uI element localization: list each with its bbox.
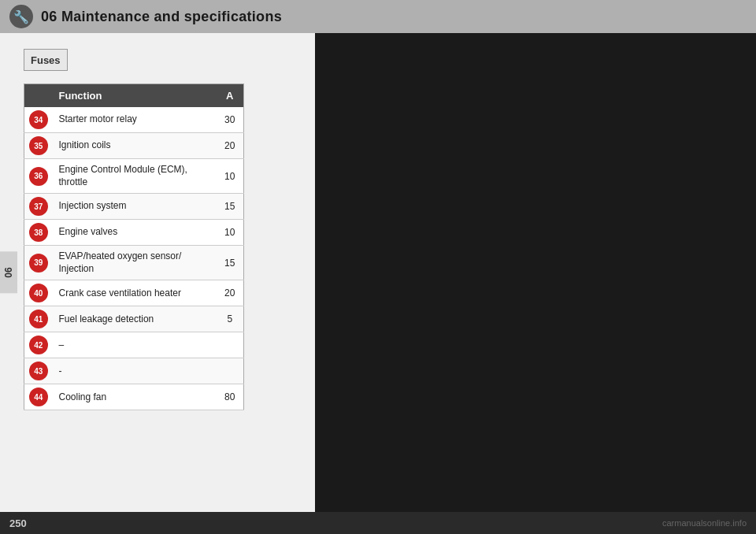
fuse-number-cell: 38 [24, 220, 53, 246]
fuse-amps-cell: 15 [217, 194, 244, 220]
fuse-function-cell: – [53, 332, 217, 358]
col-a-header: A [217, 84, 244, 108]
header: 🔧 06 Maintenance and specifications [0, 0, 756, 33]
col-function-header: Function [53, 84, 217, 108]
fuse-amps-cell: 5 [217, 306, 244, 332]
watermark: carmanualsonline.info [662, 518, 747, 528]
fuse-function-cell: Cooling fan [53, 384, 217, 410]
table-header-row: Function A [24, 84, 244, 108]
fuse-function-cell: EVAP/heated oxygen sensor/ Injection [53, 246, 217, 280]
fuse-badge: 39 [29, 254, 48, 273]
fuse-number-cell: 35 [24, 133, 53, 159]
section-box: Fuses [24, 49, 68, 71]
section-title: Fuses [31, 54, 61, 66]
fuse-number-cell: 40 [24, 280, 53, 306]
fuse-amps-cell [217, 358, 244, 384]
fuse-badge: 41 [29, 310, 48, 328]
fuse-function-cell: Starter motor relay [53, 107, 217, 133]
header-icon: 🔧 [9, 5, 33, 28]
fuse-badge: 35 [29, 136, 48, 155]
fuse-function-cell: Ignition coils [53, 133, 217, 159]
fuse-number-cell: 37 [24, 194, 53, 220]
table-row: 39EVAP/heated oxygen sensor/ Injection15 [24, 246, 244, 280]
dark-area [315, 33, 756, 512]
col-num-header [24, 84, 53, 108]
fuse-function-cell: Engine valves [53, 220, 217, 246]
fuse-badge: 43 [29, 362, 48, 380]
fuse-number-cell: 34 [24, 107, 53, 133]
fuse-function-cell: Injection system [53, 194, 217, 220]
fuse-number-cell: 41 [24, 306, 53, 332]
side-tab: 06 [0, 251, 17, 293]
table-row: 34Starter motor relay30 [24, 107, 244, 133]
fuse-amps-cell: 15 [217, 246, 244, 280]
fuse-badge: 44 [29, 388, 48, 406]
header-title: 06 Maintenance and specifications [41, 9, 282, 25]
bottom-bar: 250 carmanualsonline.info [0, 512, 756, 534]
table-row: 44Cooling fan80 [24, 384, 244, 410]
fuse-badge: 36 [29, 167, 48, 186]
fuse-amps-cell: 80 [217, 384, 244, 410]
fuse-number-cell: 43 [24, 358, 53, 384]
fuse-badge: 38 [29, 223, 48, 242]
table-row: 40Crank case ventilation heater20 [24, 280, 244, 306]
wrench-icon: 🔧 [13, 9, 29, 24]
table-row: 42– [24, 332, 244, 358]
main-content: 06 Fuses Function A 34Starter motor rela… [0, 33, 756, 512]
table-row: 38Engine valves10 [24, 220, 244, 246]
table-row: 37Injection system15 [24, 194, 244, 220]
fuse-number-cell: 36 [24, 159, 53, 194]
fuse-amps-cell: 20 [217, 280, 244, 306]
fuse-badge: 40 [29, 284, 48, 302]
fuse-function-cell: Engine Control Module (ECM), throttle [53, 159, 217, 194]
table-row: 35Ignition coils20 [24, 133, 244, 159]
table-row: 43- [24, 358, 244, 384]
fuse-amps-cell [217, 332, 244, 358]
fuse-number-cell: 39 [24, 246, 53, 280]
fuse-table: Function A 34Starter motor relay3035Igni… [24, 83, 244, 410]
fuse-amps-cell: 30 [217, 107, 244, 133]
table-row: 41Fuel leakage detection5 [24, 306, 244, 332]
fuse-function-cell: - [53, 358, 217, 384]
fuse-badge: 37 [29, 197, 48, 216]
fuse-amps-cell: 10 [217, 159, 244, 194]
fuse-badge: 42 [29, 336, 48, 354]
table-row: 36Engine Control Module (ECM), throttle1… [24, 159, 244, 194]
fuse-number-cell: 44 [24, 384, 53, 410]
side-tab-label: 06 [3, 267, 14, 277]
fuse-function-cell: Fuel leakage detection [53, 306, 217, 332]
fuse-amps-cell: 10 [217, 220, 244, 246]
page-number: 250 [9, 517, 27, 529]
fuse-number-cell: 42 [24, 332, 53, 358]
fuse-badge: 34 [29, 110, 48, 129]
fuse-function-cell: Crank case ventilation heater [53, 280, 217, 306]
fuse-amps-cell: 20 [217, 133, 244, 159]
page-area: Fuses Function A 34Starter motor relay30… [0, 33, 315, 512]
